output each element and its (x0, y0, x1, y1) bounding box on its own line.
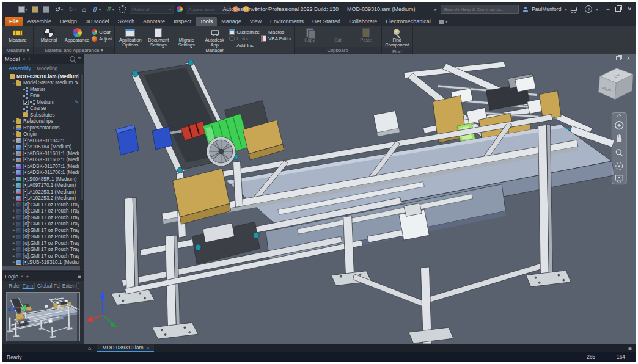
ribbon-tab-file[interactable]: File (5, 17, 23, 26)
menu-icon[interactable]: ≡ (78, 56, 81, 62)
restore-button[interactable] (615, 7, 621, 12)
links-button[interactable]: Links (229, 35, 260, 42)
ribbon-tab-assemble[interactable]: Assemble (23, 17, 56, 26)
tree-item-o-gmi-17-oz-pouch-tray-no-pouc[interactable]: +[o]:GMI 17 oz Pouch Tray, No Pouches (2, 240, 84, 247)
search-input[interactable] (441, 5, 519, 14)
user-name[interactable]: PaulMunford (532, 6, 561, 12)
ribbon-tab-annotate[interactable]: Annotate (139, 17, 169, 26)
undo-button[interactable]: ↺▾ (53, 5, 64, 13)
document-tab[interactable]: MOD-039310.iam × (97, 344, 154, 352)
expand-icon[interactable]: + (11, 151, 16, 156)
tree-item-fine[interactable]: Fine (2, 93, 84, 100)
logic-pane-close-icon[interactable]: × (21, 274, 24, 279)
tree-item-o-gmi-17-oz-pouch-tray-no-pouc[interactable]: +[o]:GMI 17 oz Pouch Tray, No Pouches (2, 247, 84, 253)
new-document-button[interactable]: ▾ (17, 5, 29, 13)
expand-icon[interactable]: - (11, 80, 16, 86)
tree-item-master[interactable]: Master (2, 86, 84, 93)
doc-restore-button[interactable] (616, 56, 621, 60)
ribbon-group-label[interactable]: Measure ▾ (2, 47, 33, 54)
ribbon-tab-3d-model[interactable]: 3D Model (81, 17, 114, 26)
add-ins-button[interactable]: Add-Ins (229, 42, 260, 48)
doc-close-button[interactable]: ✕ (626, 56, 631, 61)
macros-button[interactable]: Macros (261, 29, 292, 35)
expand-icon[interactable]: + (11, 170, 16, 175)
ribbon-group-label[interactable]: Clipboard (295, 47, 381, 54)
ribbon-group-label[interactable]: Find (382, 48, 413, 55)
expand-icon[interactable]: + (11, 177, 16, 182)
cut-button[interactable]: Cut (324, 27, 351, 43)
document-settings-button[interactable]: Document Settings (145, 27, 172, 48)
logic-menu-icon[interactable]: ≡ (78, 273, 81, 280)
tree-scrollbar[interactable] (80, 73, 84, 271)
ribbon-tab-view[interactable]: View (246, 17, 266, 26)
expand-icon[interactable]: + (11, 138, 16, 144)
tree-item-model-states-medium[interactable]: -Model States: Medium✎ (2, 80, 84, 87)
tree-item[interactable] (2, 266, 84, 270)
ribbon-tab-get-started[interactable]: Get Started (308, 17, 345, 26)
expand-icon[interactable]: + (11, 260, 16, 265)
find-component-button[interactable]: Find Component (384, 27, 411, 48)
tree-item-relationships[interactable]: +Relationships (2, 118, 84, 125)
tree-item-substitutes[interactable]: Substitutes (2, 112, 84, 118)
material-combo[interactable]: Material▾ (130, 5, 174, 14)
tree-item-o-gmi-17-oz-pouch-tray-no-pouc[interactable]: +[o]:GMI 17 oz Pouch Tray, No Pouches (2, 208, 84, 215)
parameters-fx-button[interactable]: fx (252, 5, 262, 13)
paste-button[interactable]: Paste (353, 27, 380, 43)
expand-icon[interactable]: + (11, 195, 16, 201)
expand-icon[interactable]: + (11, 253, 16, 259)
application-options-button[interactable]: Application Options (117, 27, 144, 48)
tree-item-adsk-011707-1-medium[interactable]: +[•]:ADSK-011707:1 (Medium) (2, 163, 84, 170)
tree-item-coarse[interactable]: Coarse (2, 106, 84, 112)
tree-item-a097170-1-medium[interactable]: +[•]:A097170:1 (Medium) (2, 183, 84, 189)
ribbon-tab-design[interactable]: Design (56, 17, 81, 26)
qat-customize-caret-button[interactable]: ▾ (274, 5, 284, 13)
expand-icon[interactable]: + (11, 247, 16, 252)
tree-item-a102253-1-medium[interactable]: +[•]:A102253:1 (Medium) (2, 189, 84, 195)
tree-item-adsk-011682-1-medium[interactable]: +[•]:ADSK-011682:1 (Medium) (2, 157, 84, 164)
help-icon[interactable]: ? (585, 5, 592, 13)
tab-scroll-arrows[interactable]: ‹ › (77, 280, 80, 291)
tree-item-o-gmi-17-oz-pouch-tray-no-pouc[interactable]: +[o]:GMI 17 oz Pouch Tray, No Pouches (2, 234, 84, 241)
docbar-menu-icon[interactable]: ≡ (628, 345, 632, 352)
tree-item-adsk-011681-1-medium[interactable]: +[•]:ADSK-011681:1 (Medium) (2, 150, 84, 157)
expand-icon[interactable]: + (11, 157, 16, 162)
adjust-button[interactable]: Adjust (92, 35, 112, 42)
appearance-button[interactable]: Appearance (64, 27, 90, 43)
expand-icon[interactable]: + (11, 234, 16, 239)
expand-icon[interactable]: + (11, 241, 16, 246)
tree-item-adsk-011708-1-medium[interactable]: +[•]:ADSK-011708:1 (Medium) (2, 170, 84, 177)
tree-item-o-gmi-17-oz-pouch-tray-no-pouc[interactable]: +[o]:GMI 17 oz Pouch Tray, No Pouches (2, 202, 84, 208)
tree-item-o-gmi-17-oz-pouch-tray-no-pouc[interactable]: +[o]:GMI 17 oz Pouch Tray, No Pouches (2, 214, 84, 221)
ribbon-tab-sketch[interactable]: Sketch (114, 17, 139, 26)
expand-icon[interactable]: + (11, 144, 16, 150)
ribbon-tab-tools[interactable]: Tools (196, 17, 217, 26)
adjust-color-button[interactable] (232, 5, 240, 13)
close-button[interactable]: ✕ (627, 6, 632, 12)
tree-item-o-gmi-17-oz-pouch-tray-no-pouc[interactable]: +[o]:GMI 17 oz Pouch Tray, No Pouches (2, 253, 84, 260)
open-folder-button[interactable] (31, 5, 40, 13)
tree-item-sub-319310-1-medium[interactable]: +[•]:SUB-319310:1 (Medium) (2, 260, 84, 266)
checkbox-checked-icon[interactable] (23, 100, 29, 105)
tree-item-mod-039310-iam-medium[interactable]: MOD-039310.iam (Medium) (2, 73, 84, 80)
viewport-3d[interactable]: TOP FRONT (84, 54, 636, 344)
cart-icon[interactable] (570, 7, 577, 12)
logic-tab-external[interactable]: External (60, 283, 78, 289)
tree-item-adsk-011843-1[interactable]: +[•]:ADSK-011843:1 (2, 137, 84, 144)
document-tab-close-icon[interactable]: × (147, 345, 150, 351)
expand-icon[interactable]: + (11, 118, 16, 124)
settings-gear-button[interactable] (117, 5, 128, 14)
copy-button[interactable]: Copy (296, 27, 323, 43)
appearance-combo[interactable]: Appearance▾ (186, 5, 230, 14)
redo-button[interactable]: ↻▾ (66, 5, 78, 13)
model-pane-close-icon[interactable]: × (23, 56, 26, 62)
customize-button[interactable]: Customize (229, 29, 260, 35)
expand-icon[interactable]: + (11, 228, 16, 233)
expand-icon[interactable]: + (11, 215, 16, 220)
expand-icon[interactable]: + (11, 164, 16, 169)
model-pane-add-icon[interactable]: + (28, 56, 31, 62)
logic-tab-forms[interactable]: Forms (20, 283, 35, 289)
ribbon-overflow-icon[interactable]: ▾ (439, 19, 448, 26)
pan-hand-icon[interactable] (617, 134, 622, 142)
ilogic-button[interactable]: {}▾ (90, 5, 102, 13)
tree-item-medium[interactable]: Medium✎ (2, 99, 84, 106)
